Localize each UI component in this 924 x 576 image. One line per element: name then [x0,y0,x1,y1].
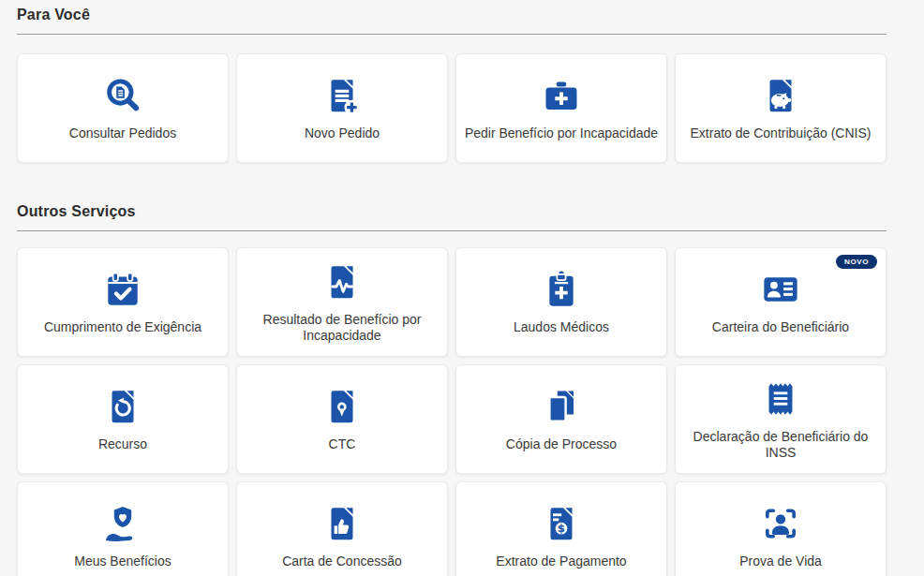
card-label: Carta de Concessão [282,554,402,570]
card-grid-outros-servicos: Cumprimento de ExigênciaResultado de Ben… [17,247,887,576]
card-label: Pedir Benefício por Incapacidade [465,126,658,142]
card-ctc[interactable]: CTC [236,364,448,474]
card-laudos-medicos[interactable]: Laudos Médicos [455,247,667,357]
face-scan-icon [759,502,802,545]
card-label: Prova de Vida [739,554,822,570]
file-thumbs-up-icon [320,502,364,545]
card-meus-beneficios[interactable]: Meus Benefícios [17,481,229,576]
clipboard-plus-icon [540,268,583,311]
section-outros-servicos: Outros Serviços Cumprimento de Exigência… [17,202,887,576]
section-divider [17,230,887,231]
card-carta-de-concessao[interactable]: Carta de Concessão [236,481,448,576]
card-label: Meus Benefícios [74,554,171,570]
section-title: Para Você [17,6,887,23]
svg-text:$: $ [558,522,565,535]
card-extrato-de-contribuicao-cnis[interactable]: Extrato de Contribuição (CNIS) [675,53,887,163]
receipt-icon [759,377,802,421]
hand-shield-heart-icon [101,502,144,545]
card-declaracao-de-beneficiario-do-inss[interactable]: Declaração de Beneficiário do INSS [675,364,887,474]
card-pedir-beneficio-por-incapacidade[interactable]: Pedir Benefício por Incapacidade [455,53,667,163]
card-carteira-do-beneficiario[interactable]: Carteira do BeneficiárioNOVO [675,247,887,357]
card-label: Declaração de Beneficiário do INSS [683,429,878,462]
card-label: Consultar Pedidos [69,126,176,142]
card-recurso[interactable]: Recurso [17,364,229,474]
services-page: Para Você Consultar PedidosNovo PedidoPe… [17,0,887,576]
invoice-dollar-icon: $ [540,502,583,545]
card-grid-para-voce: Consultar PedidosNovo PedidoPedir Benefí… [17,53,887,163]
file-piggy-bank-icon [759,74,802,117]
section-divider [17,34,887,35]
novo-badge: NOVO [836,255,877,269]
file-search-icon [101,74,144,117]
copy-documents-icon [540,385,583,428]
calendar-check-icon [101,268,144,311]
file-undo-icon [101,385,144,428]
section-para-voce: Para Você Consultar PedidosNovo PedidoPe… [17,6,887,163]
section-title: Outros Serviços [17,202,887,220]
card-consultar-pedidos[interactable]: Consultar Pedidos [17,53,229,163]
card-extrato-de-pagamento[interactable]: $Extrato de Pagamento [455,481,667,576]
card-label: Cumprimento de Exigência [44,319,201,336]
card-label: Extrato de Contribuição (CNIS) [691,126,872,142]
card-copia-de-processo[interactable]: Cópia de Processo [455,364,667,474]
card-label: Carteira do Beneficiário [712,319,849,336]
card-label: Laudos Médicos [514,319,609,336]
card-prova-de-vida[interactable]: Prova de Vida [675,481,887,576]
medkit-plus-icon [540,74,583,117]
file-plus-icon [320,74,364,117]
file-award-icon [320,385,364,428]
card-label: Extrato de Pagamento [496,554,626,570]
card-cumprimento-de-exigencia[interactable]: Cumprimento de Exigência [17,247,229,357]
card-label: Cópia de Processo [506,436,617,453]
card-label: Recurso [98,436,147,453]
id-card-icon [759,268,802,311]
card-label: CTC [329,436,356,453]
file-pulse-icon [320,260,364,303]
card-resultado-de-beneficio-por-incapacidade[interactable]: Resultado de Benefício por Incapacidade [236,247,448,357]
card-label: Novo Pedido [305,126,380,142]
card-label: Resultado de Benefício por Incapacidade [245,312,440,345]
card-novo-pedido[interactable]: Novo Pedido [236,53,448,163]
